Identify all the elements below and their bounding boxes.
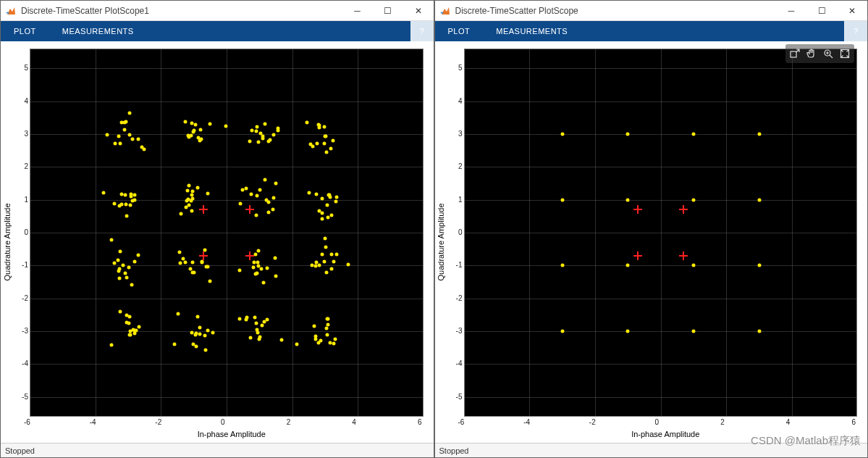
data-point <box>757 264 761 267</box>
tab-measurements[interactable]: MEASUREMENTS <box>49 21 147 41</box>
data-point <box>119 121 123 125</box>
data-point <box>271 208 275 212</box>
data-point <box>117 134 121 138</box>
data-point <box>274 275 277 278</box>
y-tick-labels: -5-4-3-2-1012345 <box>447 41 464 443</box>
scatter-plot-area[interactable] <box>30 49 424 417</box>
data-point <box>326 203 329 207</box>
data-point <box>273 257 277 260</box>
data-point <box>322 141 326 145</box>
data-point <box>206 191 210 195</box>
data-point <box>119 141 122 145</box>
data-point <box>204 265 208 269</box>
data-point <box>328 341 332 345</box>
data-point <box>190 270 194 274</box>
data-point <box>332 341 336 345</box>
data-point <box>127 111 131 114</box>
data-point <box>253 316 257 320</box>
reference-cross <box>245 205 254 214</box>
data-point <box>257 249 261 252</box>
data-point <box>127 315 131 319</box>
data-point <box>261 137 265 141</box>
data-point <box>560 330 564 333</box>
tab-plot[interactable]: PLOT <box>435 21 484 41</box>
scope-window-left: Discrete-TimeScatter PlotScope1 ─ ☐ ✕ PL… <box>0 0 434 458</box>
data-point <box>105 133 109 137</box>
minimize-button[interactable]: ─ <box>342 1 373 21</box>
x-tick-labels: -6-4-20246 <box>30 417 424 430</box>
data-point <box>112 201 116 205</box>
x-tick-labels: -6-4-20246 <box>464 417 858 430</box>
zoom-in-icon[interactable] <box>820 46 836 62</box>
data-point <box>691 330 695 333</box>
data-point <box>123 121 127 125</box>
data-point <box>187 183 191 187</box>
close-button[interactable]: ✕ <box>837 1 867 21</box>
data-point <box>195 315 199 319</box>
help-button[interactable]: ? <box>410 21 434 41</box>
maximize-button[interactable]: ☐ <box>806 1 837 21</box>
data-point <box>187 204 190 207</box>
data-point <box>118 276 122 280</box>
x-axis-label: In-phase Amplitude <box>30 430 434 443</box>
tab-measurements[interactable]: MEASUREMENTS <box>483 21 581 41</box>
data-point <box>245 315 249 319</box>
data-point <box>238 317 242 320</box>
close-button[interactable]: ✕ <box>403 1 434 21</box>
data-point <box>184 120 187 124</box>
data-point <box>310 264 313 267</box>
data-point <box>125 275 129 279</box>
data-point <box>266 210 270 214</box>
data-point <box>127 133 131 137</box>
plot-floating-toolbar <box>785 44 854 63</box>
plot-container: Quadrature Amplitude -5-4-3-2-1012345 -6… <box>435 41 868 443</box>
x-axis-label: In-phase Amplitude <box>464 430 868 443</box>
plot-container: Quadrature Amplitude -5-4-3-2-1012345 -6… <box>1 41 434 443</box>
data-point <box>249 336 253 339</box>
help-button[interactable]: ? <box>844 21 867 41</box>
minimize-button[interactable]: ─ <box>776 1 806 21</box>
data-point <box>318 209 321 212</box>
pan-icon[interactable] <box>804 46 819 62</box>
data-point <box>208 122 211 126</box>
data-point <box>315 142 319 146</box>
status-bar: Stopped <box>1 443 434 457</box>
data-point <box>329 213 333 217</box>
data-point <box>255 213 258 217</box>
data-point <box>130 138 134 141</box>
data-point <box>325 333 329 337</box>
data-point <box>265 198 269 201</box>
data-point <box>211 330 215 334</box>
data-point <box>250 129 253 133</box>
data-point <box>320 217 324 221</box>
data-point <box>560 198 564 201</box>
data-point <box>314 265 318 268</box>
data-point <box>324 236 327 240</box>
data-point <box>258 336 262 339</box>
data-point <box>626 198 630 201</box>
tab-plot[interactable]: PLOT <box>1 21 49 41</box>
reference-cross <box>633 205 642 214</box>
titlebar[interactable]: Discrete-TimeScatter PlotScope1 ─ ☐ ✕ <box>1 1 434 21</box>
home-zoom-icon[interactable] <box>837 46 853 62</box>
data-point <box>190 209 194 213</box>
maximize-button[interactable]: ☐ <box>373 1 403 21</box>
data-point <box>560 264 564 267</box>
data-point <box>122 128 126 131</box>
help-icon: ? <box>854 27 858 36</box>
data-point <box>315 193 319 196</box>
reference-cross <box>245 251 254 260</box>
data-point <box>258 188 262 192</box>
data-point <box>194 333 198 336</box>
data-point <box>691 132 695 136</box>
export-icon[interactable] <box>787 46 803 62</box>
data-point <box>626 330 630 333</box>
data-point <box>256 194 259 198</box>
scatter-plot-area[interactable] <box>464 49 858 417</box>
data-point <box>190 121 193 125</box>
data-point <box>238 269 242 272</box>
data-point <box>130 283 133 287</box>
data-point <box>691 264 695 267</box>
data-point <box>329 196 332 199</box>
titlebar[interactable]: Discrete-TimeScatter PlotScope ─ ☐ ✕ <box>435 1 868 21</box>
